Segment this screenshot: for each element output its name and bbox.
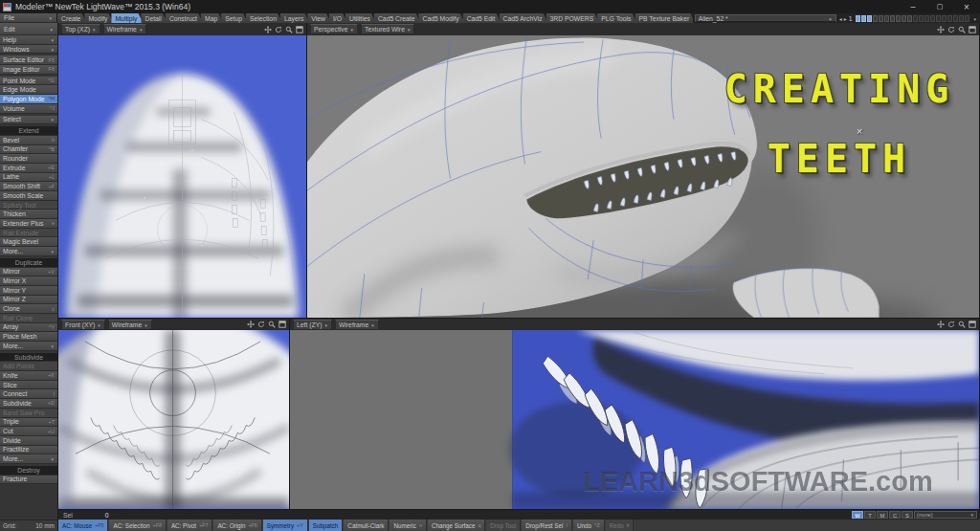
sidebar-item-select[interactable]: Select: [0, 116, 57, 125]
layer-slot[interactable]: [896, 15, 901, 22]
layer-slot[interactable]: [890, 15, 895, 22]
layer-slot[interactable]: [902, 15, 906, 22]
layer-slot[interactable]: [884, 15, 889, 22]
bottom-button-ac-selection[interactable]: AC: Selection+F8: [109, 520, 166, 531]
sidebar-item-extrude[interactable]: Extrude+E: [0, 164, 57, 173]
sidebar-item-slice[interactable]: Slice: [0, 381, 57, 390]
menu-tab-map[interactable]: Map: [201, 13, 223, 23]
bottom-button-drop-tool[interactable]: Drop Tool: [486, 520, 521, 531]
layer-slot[interactable]: [965, 15, 969, 22]
sidebar-item-mirror[interactable]: Mirror+V: [0, 268, 57, 277]
sidebar-item-more[interactable]: More...: [0, 247, 57, 256]
menu-tab-cad5-modify[interactable]: Cad5 Modify: [418, 13, 464, 23]
view-select-bottom-right[interactable]: Left (ZY): [293, 320, 332, 330]
rotate-icon[interactable]: [275, 26, 282, 33]
layer-dropdown-icon[interactable]: [971, 15, 977, 22]
maximize-icon[interactable]: [296, 26, 303, 33]
menu-tab-construct[interactable]: Construct: [166, 13, 203, 23]
layer-slot[interactable]: [873, 15, 878, 22]
sidebar-item-lathe[interactable]: Lathe+L: [0, 173, 57, 183]
vmap-selector[interactable]: (none): [914, 511, 977, 519]
zoom-icon[interactable]: [268, 321, 276, 328]
sidebar-item-image-editor[interactable]: Image EditorF6: [0, 65, 57, 75]
minimize-button[interactable]: [900, 0, 926, 13]
pan-icon[interactable]: [264, 26, 272, 33]
sidebar-item-mirror-y[interactable]: Mirror Y: [0, 286, 57, 296]
menu-tab-layers[interactable]: Layers: [280, 13, 309, 23]
bottom-button-subpatch[interactable]: Subpatch: [309, 520, 344, 531]
bottom-button-ac-origin[interactable]: AC: Origin+F6: [213, 520, 261, 531]
sidebar-item-rounder[interactable]: Rounder: [0, 154, 57, 164]
sidebar-item-subdivide[interactable]: Subdivide+D: [0, 399, 57, 409]
sidebar-item-add-points[interactable]: Add Points: [0, 362, 57, 371]
menu-tab-plg-tools[interactable]: PLG Tools: [597, 13, 636, 23]
sidebar-item-more[interactable]: More...: [0, 342, 57, 351]
layer-slot[interactable]: [867, 15, 872, 22]
bottom-button-catmull-clark[interactable]: Catmull-Clark: [344, 520, 389, 531]
sidebar-item-volume[interactable]: Volume^J: [0, 104, 57, 114]
sidebar-item-edge-mode[interactable]: Edge Mode: [0, 85, 57, 95]
sidebar-item-mirror-z[interactable]: Mirror Z: [0, 296, 57, 305]
sidebar-item-mirror-x[interactable]: Mirror X: [0, 277, 57, 286]
layer-slot[interactable]: [861, 15, 866, 22]
view-select-bottom-left[interactable]: Front (XY): [61, 320, 105, 330]
sidebar-item-knife[interactable]: Knife+K: [0, 371, 57, 381]
layer-slot[interactable]: [856, 15, 860, 22]
next-layer-button[interactable]: [844, 15, 847, 22]
sidebar-item-clone[interactable]: Clonec: [0, 304, 57, 314]
sidebar-item-band-saw-pro[interactable]: Band Saw Pro: [0, 409, 57, 418]
layer-slot[interactable]: [942, 15, 947, 22]
menu-tab-i-o[interactable]: I/O: [329, 13, 347, 23]
viewport-perspective-canvas[interactable]: CREATING TEETH: [307, 35, 980, 319]
menu-tab-selection[interactable]: Selection: [246, 13, 282, 23]
bottom-button-numeric[interactable]: Numericn: [390, 520, 426, 531]
bottom-button-ac-mouse[interactable]: AC: Mouse+F5: [58, 520, 108, 531]
sidebar-item-smooth-shift[interactable]: Smooth Shift+F: [0, 182, 57, 191]
sidebar-item-cut[interactable]: Cut+U: [0, 427, 57, 436]
prev-layer-button[interactable]: [839, 15, 842, 22]
zoom-icon[interactable]: [958, 26, 966, 33]
menu-tab-cad5-edit[interactable]: Cad5 Edit: [463, 13, 501, 23]
close-button[interactable]: [953, 0, 980, 13]
sidebar-item-help[interactable]: Help: [0, 35, 57, 45]
viewport-left-canvas[interactable]: LEARN3dSOFTWARE.com: [290, 330, 980, 510]
view-select-top-left[interactable]: Top (XZ): [61, 24, 100, 34]
menu-tab-cad5-create[interactable]: Cad5 Create: [374, 13, 421, 23]
menu-tab-create[interactable]: Create: [57, 13, 86, 23]
zoom-icon[interactable]: [958, 321, 966, 328]
view-select-perspective[interactable]: Perspective: [310, 24, 358, 34]
zoom-icon[interactable]: [285, 26, 293, 33]
mode-select-bottom-right[interactable]: Wireframe: [335, 320, 379, 330]
layer-slot[interactable]: [959, 15, 964, 22]
sidebar-item-surface-editor[interactable]: Surface EditorF5: [0, 55, 57, 65]
vmap-button-m[interactable]: M: [877, 511, 888, 519]
menu-tab-detail[interactable]: Detail: [141, 13, 167, 23]
viewport-top-canvas[interactable]: [58, 35, 307, 319]
layer-slot[interactable]: [879, 15, 883, 22]
menu-tab-modify[interactable]: Modify: [84, 13, 113, 23]
menu-tab-setup[interactable]: Setup: [221, 13, 248, 23]
sidebar-item-array[interactable]: Array^Y: [0, 323, 57, 333]
pan-icon[interactable]: [937, 26, 945, 33]
maximize-icon[interactable]: [969, 321, 976, 328]
file-menu[interactable]: File: [0, 13, 57, 23]
object-selector[interactable]: Alien_52 *: [695, 14, 836, 22]
sidebar-item-connect[interactable]: Connectl: [0, 389, 57, 399]
menu-tab-3rd-powers[interactable]: 3RD POWERS: [546, 13, 600, 23]
menu-tab-utilities[interactable]: Utilities: [345, 13, 376, 23]
sidebar-item-extender-plus[interactable]: Extender Pluse: [0, 219, 57, 229]
vmap-button-t[interactable]: T: [864, 511, 876, 519]
layer-slot[interactable]: [913, 15, 918, 22]
sidebar-item-divide[interactable]: Divide: [0, 436, 57, 446]
mode-select-top-left[interactable]: Wireframe: [103, 24, 147, 34]
sidebar-item-smooth-scale[interactable]: Smooth Scale: [0, 191, 57, 201]
menu-tab-cad5-archviz[interactable]: Cad5 ArchViz: [500, 13, 548, 23]
maximize-button[interactable]: [926, 0, 953, 13]
bottom-button-ac-pivot[interactable]: AC: Pivot+F7: [167, 520, 213, 531]
sidebar-item-magic-bevel[interactable]: Magic Bevel: [0, 237, 57, 247]
viewport-front-canvas[interactable]: [58, 330, 290, 510]
sidebar-item-spikey-tool[interactable]: Spikey Tool: [0, 201, 57, 210]
layer-slot[interactable]: [924, 15, 929, 22]
bottom-button-symmetry[interactable]: Symmetry+Y: [263, 520, 308, 531]
sidebar-item-windows[interactable]: Windows: [0, 45, 57, 55]
